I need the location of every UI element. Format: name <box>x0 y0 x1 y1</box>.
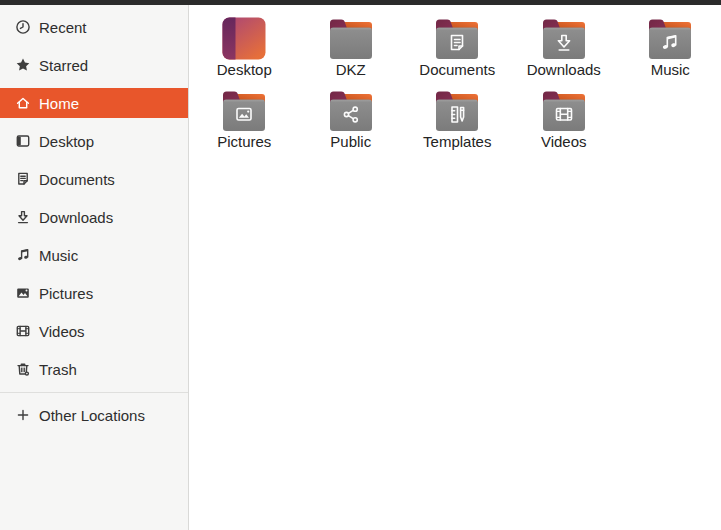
home-icon <box>15 95 31 111</box>
file-item-documents[interactable]: Documents <box>404 6 511 78</box>
places-list: Recent Starred Home <box>0 5 188 430</box>
places-sidebar: Recent Starred Home <box>0 5 189 530</box>
file-item-music[interactable]: Music <box>617 6 721 78</box>
file-name: Music <box>651 62 690 78</box>
sidebar-item-recent[interactable]: Recent <box>0 12 188 42</box>
sidebar-item-music[interactable]: Music <box>0 240 188 270</box>
sidebar-label: Documents <box>39 171 115 188</box>
document-icon <box>15 171 31 187</box>
sidebar-label: Music <box>39 247 78 264</box>
desktop-panel-icon <box>15 133 31 149</box>
file-item-templates[interactable]: Templates <box>404 78 511 150</box>
sidebar-label: Recent <box>39 19 87 36</box>
file-name: Pictures <box>217 134 271 150</box>
folder-icon <box>327 16 375 61</box>
star-icon <box>15 57 31 73</box>
sidebar-label: Starred <box>39 57 88 74</box>
file-name: Videos <box>541 134 587 150</box>
folder-documents-icon <box>433 16 481 61</box>
sidebar-label: Trash <box>39 361 77 378</box>
sidebar-label: Downloads <box>39 209 113 226</box>
sidebar-item-videos[interactable]: Videos <box>0 316 188 346</box>
clock-icon <box>15 19 31 35</box>
photo-icon <box>15 285 31 301</box>
file-item-downloads[interactable]: Downloads <box>511 6 618 78</box>
file-item-public[interactable]: Public <box>298 78 405 150</box>
file-name: Documents <box>419 62 495 78</box>
sidebar-label: Desktop <box>39 133 94 150</box>
file-name: Public <box>330 134 371 150</box>
desktop-gradient-folder-icon <box>220 16 268 61</box>
sidebar-item-home[interactable]: Home <box>0 88 188 118</box>
folder-videos-icon <box>540 88 588 133</box>
file-item-videos[interactable]: Videos <box>511 78 618 150</box>
sidebar-item-trash[interactable]: Trash <box>0 354 188 384</box>
sidebar-item-desktop[interactable]: Desktop <box>0 126 188 156</box>
sidebar-item-pictures[interactable]: Pictures <box>0 278 188 308</box>
plus-icon <box>15 407 31 423</box>
file-item-desktop[interactable]: Desktop <box>191 6 298 78</box>
file-browser-pane: Desktop DKZ Documents <box>189 5 721 530</box>
file-item-pictures[interactable]: Pictures <box>191 78 298 150</box>
sidebar-item-downloads[interactable]: Downloads <box>0 202 188 232</box>
sidebar-item-documents[interactable]: Documents <box>0 164 188 194</box>
sidebar-item-other-locations[interactable]: Other Locations <box>0 400 188 430</box>
file-name: DKZ <box>336 62 366 78</box>
file-name: Desktop <box>217 62 272 78</box>
sidebar-label: Home <box>39 95 79 112</box>
icon-grid: Desktop DKZ Documents <box>191 6 721 150</box>
music-note-icon <box>15 247 31 263</box>
film-icon <box>15 323 31 339</box>
sidebar-separator <box>0 392 188 393</box>
trash-icon <box>15 361 31 377</box>
file-name: Templates <box>423 134 491 150</box>
sidebar-label: Other Locations <box>39 407 145 424</box>
folder-music-icon <box>646 16 694 61</box>
sidebar-item-starred[interactable]: Starred <box>0 50 188 80</box>
folder-downloads-icon <box>540 16 588 61</box>
folder-pictures-icon <box>220 88 268 133</box>
download-arrow-icon <box>15 209 31 225</box>
sidebar-label: Pictures <box>39 285 93 302</box>
folder-share-icon <box>327 88 375 133</box>
sidebar-label: Videos <box>39 323 85 340</box>
file-name: Downloads <box>527 62 601 78</box>
files-window: Recent Starred Home <box>0 0 721 530</box>
file-item-dkz[interactable]: DKZ <box>298 6 405 78</box>
folder-templates-icon <box>433 88 481 133</box>
